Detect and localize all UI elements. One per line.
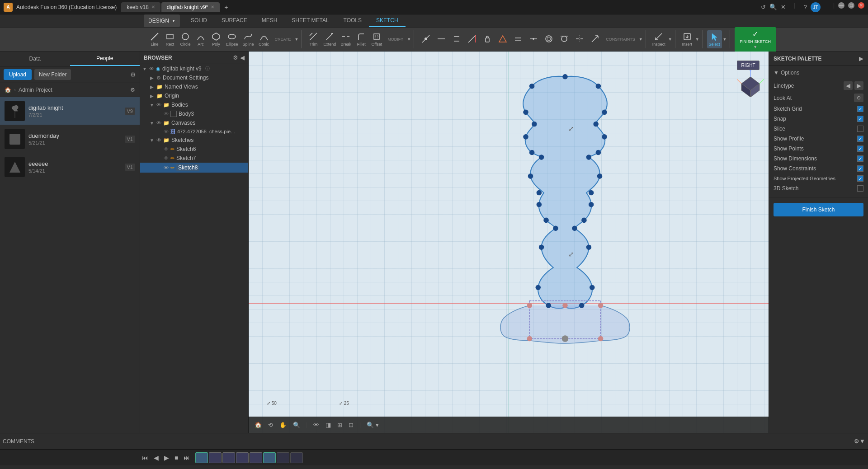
timeline-start-btn[interactable]: ⏮ (140, 453, 150, 462)
account-btn[interactable]: JT (811, 2, 821, 12)
sketchgrid-check[interactable] (857, 106, 863, 112)
tab-digifab-close[interactable]: ✕ (211, 5, 214, 9)
insert-dropdown[interactable]: ▼ (695, 37, 699, 42)
refresh-btn[interactable]: ↺ (761, 2, 766, 12)
offset-tool[interactable]: Offset (369, 30, 384, 48)
search-btn[interactable]: 🔍 (769, 2, 777, 12)
display-settings-btn[interactable]: ◨ (323, 420, 333, 430)
browser-settings-btn[interactable]: ⚙ (233, 54, 238, 61)
tab-surface[interactable]: SURFACE (214, 14, 255, 27)
slice-check[interactable] (857, 126, 863, 132)
display-mode-btn[interactable]: ⊡ (346, 420, 356, 430)
palette-options-title[interactable]: ▼ Options (774, 70, 863, 76)
tree-item-sketches[interactable]: ▼ 👁 📁 Sketches (140, 136, 248, 145)
3dsketch-check[interactable] (857, 185, 863, 192)
select-dropdown[interactable]: ▼ (723, 37, 727, 42)
browser-collapse-btn[interactable]: ◀ (240, 54, 245, 61)
timeline-play-btn[interactable]: ▶ (162, 453, 171, 462)
people-tab[interactable]: People (70, 52, 140, 66)
upload-button[interactable]: Upload (4, 69, 32, 80)
new-folder-button[interactable]: New Folder (34, 69, 71, 80)
home-view-btn[interactable]: 🏠 (252, 420, 264, 430)
model-item-digifab[interactable]: digifab knight 7/2/21 V9 (0, 97, 140, 125)
eye-icon-sketches[interactable]: 👁 (156, 137, 161, 143)
eye-icon-canvas-img[interactable]: 👁 (164, 129, 169, 134)
tree-item-root[interactable]: ▼ 👁 ◉ digifab knight v9 ⓘ (140, 64, 248, 73)
snap-check[interactable] (857, 116, 863, 122)
close-btn[interactable]: ✕ (858, 2, 864, 9)
panel-settings-button[interactable]: ⚙ (130, 71, 136, 78)
triangle-constraint[interactable] (495, 33, 510, 46)
lookat-button[interactable]: ⊙ (854, 94, 863, 102)
model-item-eeeeee[interactable]: eeeeee 5/14/21 V1 (0, 153, 140, 181)
tree-item-body3[interactable]: 👁 Body3 (140, 109, 248, 118)
polygon-tool[interactable]: Poly (209, 30, 223, 48)
break-tool[interactable]: Break (339, 30, 353, 48)
linetype-prev[interactable]: ◀ (844, 81, 853, 90)
concentric-constraint[interactable] (542, 33, 556, 46)
close-doc-btn[interactable]: ✕ (781, 2, 786, 12)
equal-constraint[interactable] (511, 33, 525, 46)
midpoint-constraint[interactable] (526, 33, 541, 46)
design-dropdown[interactable]: DESIGN ▼ (144, 14, 180, 27)
view-cube-right[interactable]: RIGHT (737, 61, 760, 70)
line-tool[interactable]: Line (147, 30, 162, 48)
eye-icon-root[interactable]: 👁 (149, 66, 154, 71)
showpoints-check[interactable] (857, 145, 863, 152)
tab-solid[interactable]: SOLID (184, 14, 214, 27)
grid-settings-btn[interactable]: ⊞ (335, 420, 344, 430)
create-dropdown[interactable]: ▼ (294, 37, 298, 42)
measure-tool[interactable]: Inspect (651, 30, 667, 48)
constraints-dropdown[interactable]: ▼ (639, 37, 643, 42)
coincident-constraint[interactable] (419, 33, 433, 46)
tab-tools[interactable]: TOOLS (336, 14, 369, 27)
tab-sheetmetal[interactable]: SHEET METAL (284, 14, 336, 27)
zoom-dropdown[interactable]: 🔍 ▾ (364, 420, 381, 430)
timeline-thumb-7[interactable] (277, 452, 289, 463)
timeline-thumb-1[interactable] (195, 452, 208, 463)
maximize-btn[interactable]: □ (848, 2, 854, 9)
timeline-thumb-5[interactable] (250, 452, 262, 463)
canvas-area[interactable]: ⤢ ⤢ ⤢ 50 ⤢ 25 RIGHT (249, 52, 769, 433)
timeline-thumb-6[interactable] (263, 452, 276, 463)
comments-expand-btn[interactable]: ⚙ (854, 438, 859, 445)
view-settings-btn[interactable]: 👁 (311, 420, 321, 430)
tab-keeb[interactable]: keeb v18 ✕ (121, 2, 160, 12)
showprojected-check[interactable] (857, 175, 863, 182)
tab-mesh[interactable]: MESH (255, 14, 285, 27)
sketch-palette-collapse-btn[interactable]: ▶ (859, 55, 863, 62)
orbit-btn[interactable]: ⟲ (266, 420, 275, 430)
eye-icon-sketch8[interactable]: 👁 (164, 165, 169, 170)
tree-item-docsettings[interactable]: ▶ ⚙ Document Settings (140, 73, 248, 82)
tree-item-canvas-img[interactable]: 👁 🖼 472-4722058_chess-piece-kni... (140, 127, 248, 136)
arc-tool[interactable]: Arc (193, 30, 208, 48)
finish-sketch-toolbar-btn[interactable]: ✓ FINISH SKETCH ▼ (735, 27, 777, 52)
inspect-dropdown[interactable]: ▼ (668, 37, 672, 42)
fillet-tool[interactable]: Fillet (354, 30, 368, 48)
circle-tool[interactable]: Circle (178, 30, 193, 48)
minimize-btn[interactable]: — (838, 2, 844, 9)
showdimensions-check[interactable] (857, 155, 863, 162)
select-tool[interactable]: Select (707, 30, 722, 48)
data-tab[interactable]: Data (0, 52, 70, 66)
tangent-constraint[interactable] (557, 33, 571, 46)
tree-item-namedviews[interactable]: ▶ 📁 Named Views (140, 82, 248, 91)
showprofile-check[interactable] (857, 136, 863, 142)
zoom-btn[interactable]: 🔍 (291, 420, 302, 430)
tree-item-sketch7[interactable]: 👁 ✏ Sketch7 (140, 154, 248, 163)
insert-dxf[interactable]: Insert (680, 30, 694, 48)
view-cube[interactable]: RIGHT (737, 61, 764, 97)
timeline-thumb-4[interactable] (236, 452, 249, 463)
tree-item-origin[interactable]: ▶ 📁 Origin (140, 91, 248, 100)
finish-sketch-dropdown[interactable]: ▼ (753, 45, 757, 49)
timeline-prev-btn[interactable]: ◀ (152, 453, 160, 462)
pan-btn[interactable]: ✋ (277, 420, 289, 430)
collinear-constraint[interactable] (434, 33, 448, 46)
finish-sketch-palette-btn[interactable]: Finish Sketch (774, 203, 863, 216)
project-settings-icon[interactable]: ⚙ (130, 87, 135, 93)
ellipse-tool[interactable]: Ellipse (224, 30, 240, 48)
timeline-thumb-8[interactable] (290, 452, 303, 463)
comments-collapse-btn[interactable]: ▼ (859, 438, 865, 445)
rect-tool[interactable]: Rect (163, 30, 177, 48)
eye-icon-bodies[interactable]: 👁 (156, 102, 161, 108)
